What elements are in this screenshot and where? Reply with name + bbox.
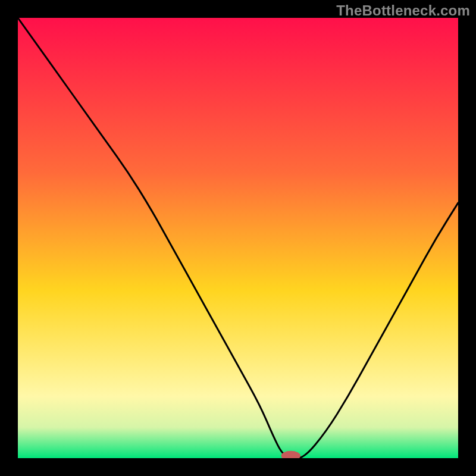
bottleneck-chart [18,18,458,458]
plot-area [18,18,458,458]
chart-frame: TheBottleneck.com [0,0,476,476]
gradient-background [18,18,458,458]
watermark-text: TheBottleneck.com [336,2,470,19]
